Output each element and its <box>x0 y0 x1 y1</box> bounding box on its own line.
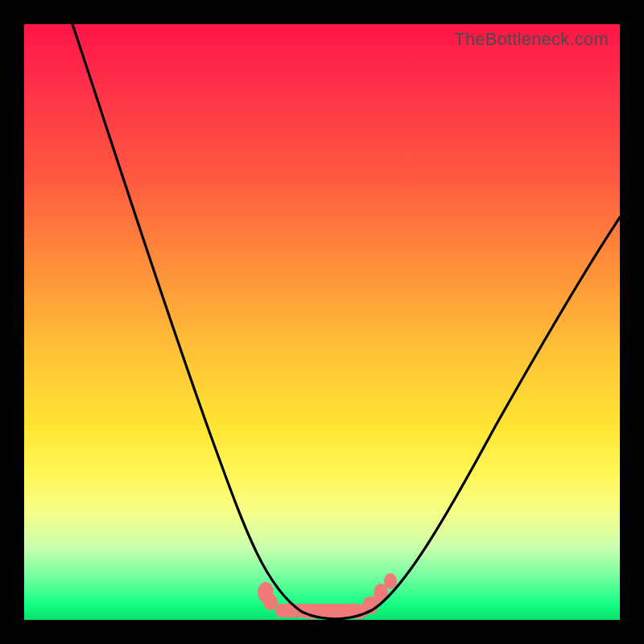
valley-blob-cluster <box>258 573 397 620</box>
chart-frame: TheBottleneck.com <box>0 0 644 644</box>
curve-layer <box>24 24 620 620</box>
svg-point-9 <box>384 573 397 589</box>
svg-point-1 <box>263 594 278 610</box>
plot-area: TheBottleneck.com <box>24 24 620 620</box>
bottleneck-curve <box>72 24 620 619</box>
